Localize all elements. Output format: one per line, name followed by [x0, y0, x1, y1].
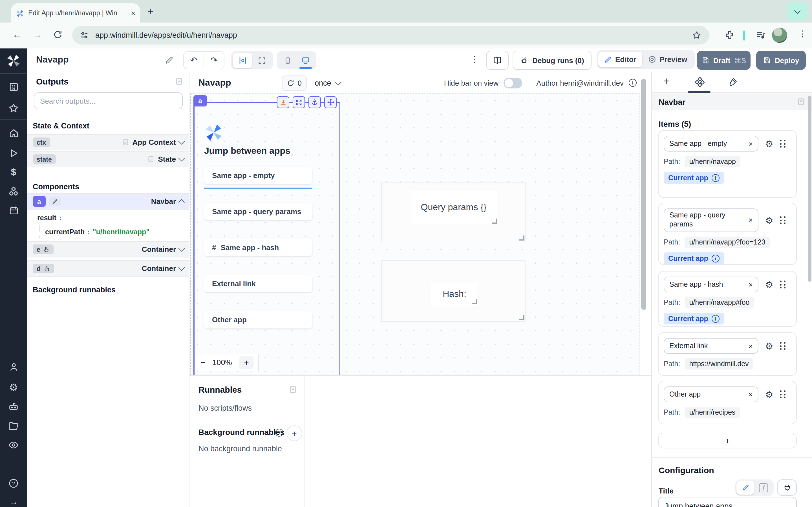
nav-item-same-app-empty[interactable]: Same app - empty	[204, 167, 312, 184]
window-scrollbar[interactable]	[808, 96, 811, 282]
move-component-button[interactable]	[324, 96, 337, 108]
insert-component-tab[interactable]: +	[664, 75, 670, 87]
schedules-calendar-icon[interactable]	[8, 205, 19, 216]
canvas-scrollbar[interactable]	[641, 79, 646, 310]
desktop-view-button[interactable]	[297, 53, 315, 68]
url-text[interactable]: app.windmill.dev/apps/edit/u/henri/navap…	[95, 31, 237, 40]
clear-icon[interactable]: ×	[749, 390, 753, 399]
item-path[interactable]: u/henri/navapp	[684, 156, 740, 167]
nav-item-other-app[interactable]: Other app	[204, 311, 312, 328]
component-row-a[interactable]: a Navbar	[27, 193, 190, 210]
resources-cubes-icon[interactable]	[8, 186, 19, 197]
runnables-doc-icon[interactable]	[289, 385, 297, 394]
chevron-down-icon[interactable]	[179, 265, 185, 271]
debug-runs-button[interactable]: Debug runs (0)	[513, 51, 592, 70]
component-a-edit-box[interactable]	[49, 196, 61, 206]
item-settings-gear-icon[interactable]: ⚙	[765, 138, 773, 149]
currentpath-key[interactable]: currentPath	[45, 228, 85, 236]
output-row-ctx[interactable]: ctx App Context	[27, 134, 190, 151]
extensions-puzzle-icon[interactable]	[725, 30, 735, 40]
add-background-runnable-button[interactable]: +	[287, 425, 302, 441]
info-icon[interactable]: i	[712, 315, 719, 323]
component-row-d[interactable]: d Container	[27, 260, 190, 277]
selected-component-badge[interactable]: a	[193, 95, 207, 107]
nav-item-external-link[interactable]: External link	[204, 275, 312, 292]
deploy-button[interactable]: Deploy	[756, 51, 806, 70]
settings-gear-icon[interactable]: ⚙	[9, 381, 18, 393]
connect-plug-button[interactable]	[777, 480, 797, 496]
drag-handle-icon[interactable]	[780, 390, 786, 398]
chevron-down-icon[interactable]	[179, 155, 185, 162]
drag-handle-icon[interactable]	[780, 342, 786, 350]
nav-item-hash[interactable]: # Same app - hash	[204, 239, 312, 256]
resize-handle[interactable]	[492, 219, 497, 224]
hash-container[interactable]: Hash:	[382, 261, 525, 321]
fullscreen-button[interactable]	[252, 53, 271, 68]
preview-tab[interactable]: Preview	[642, 52, 693, 67]
clear-icon[interactable]: ×	[749, 139, 753, 148]
site-settings-icon[interactable]	[80, 31, 89, 40]
workspace-icon[interactable]	[8, 82, 19, 93]
item-settings-gear-icon[interactable]: ⚙	[765, 279, 773, 290]
docs-book-button[interactable]	[486, 51, 509, 70]
zoom-out-button[interactable]: −	[201, 358, 205, 367]
variables-dollar-icon[interactable]: $	[11, 167, 16, 178]
anchor-button[interactable]: ⚓	[308, 96, 321, 108]
info-icon[interactable]: i	[712, 174, 719, 182]
zoom-in-button[interactable]: +	[239, 356, 254, 369]
help-icon[interactable]: ?	[8, 478, 19, 489]
expand-component-button[interactable]	[293, 96, 305, 108]
browser-menu-kebab-icon[interactable]: ⋮	[799, 29, 808, 39]
draft-button[interactable]: Draft ⌘S	[697, 51, 751, 70]
currentpath-value[interactable]: "u/henri/navapp"	[93, 228, 150, 236]
url-bar[interactable]: app.windmill.dev/apps/edit/u/henri/navap…	[72, 26, 709, 45]
reload-icon[interactable]	[53, 30, 63, 40]
rename-pencil-icon[interactable]	[165, 56, 174, 65]
query-params-container[interactable]: Query params {}	[382, 182, 525, 242]
item-path[interactable]: u/henri/recipes	[684, 407, 740, 418]
new-tab-button[interactable]: +	[148, 7, 153, 16]
static-mode-button[interactable]	[737, 481, 755, 495]
bookmark-star-icon[interactable]	[692, 31, 702, 40]
dynamic-fx-button[interactable]: ƒ	[755, 481, 772, 495]
styling-brush-tab[interactable]	[727, 77, 738, 87]
item-path[interactable]: u/henri/navapp#foo	[684, 297, 754, 308]
favorites-star-icon[interactable]	[8, 103, 19, 114]
windmill-logo-icon[interactable]	[6, 53, 21, 68]
item-label-input[interactable]: Same app - query params×	[664, 209, 758, 232]
expand-sidebar-arrow-icon[interactable]: →	[9, 497, 18, 507]
nav-item-query-params[interactable]: Same app - query params	[204, 203, 312, 220]
chevron-up-icon[interactable]	[179, 199, 185, 206]
more-options-kebab-icon[interactable]: ⋮	[470, 54, 479, 64]
component-doc-icon[interactable]	[797, 98, 805, 106]
author-info-icon[interactable]: i	[629, 79, 637, 87]
output-row-state[interactable]: state State	[27, 151, 190, 167]
item-path[interactable]: u/henri/navapp?foo=123	[684, 237, 770, 248]
clear-icon[interactable]: ×	[749, 342, 753, 350]
tab-close-icon[interactable]: ×	[131, 9, 135, 17]
expand-down-button[interactable]	[277, 96, 289, 108]
clear-icon[interactable]: ×	[749, 216, 753, 225]
mobile-view-button[interactable]	[278, 53, 297, 68]
chevron-down-icon[interactable]	[179, 245, 185, 252]
drag-handle-icon[interactable]	[780, 216, 786, 224]
forward-icon[interactable]: →	[33, 30, 42, 40]
folders-icon[interactable]	[8, 420, 19, 432]
item-settings-gear-icon[interactable]: ⚙	[765, 341, 773, 351]
add-navbar-item-button[interactable]: +	[658, 433, 797, 448]
outputs-doc-icon[interactable]	[175, 77, 183, 86]
info-icon[interactable]: i	[712, 255, 719, 262]
refresh-mode-dropdown[interactable]: once	[315, 78, 340, 87]
item-settings-gear-icon[interactable]: ⚙	[765, 215, 773, 226]
result-key[interactable]: result	[37, 214, 56, 222]
browser-profile-avatar[interactable]	[772, 27, 787, 43]
refresh-count-box[interactable]: 0	[282, 75, 307, 91]
workers-robot-icon[interactable]	[8, 401, 19, 412]
hide-bar-toggle[interactable]	[504, 77, 522, 88]
resize-handle[interactable]	[519, 235, 524, 240]
item-settings-gear-icon[interactable]: ⚙	[765, 389, 773, 400]
component-outline-button[interactable]	[233, 53, 252, 68]
resize-handle[interactable]	[472, 299, 477, 304]
item-label-input[interactable]: Same app - hash×	[664, 277, 758, 292]
chevron-down-icon[interactable]	[179, 138, 185, 145]
